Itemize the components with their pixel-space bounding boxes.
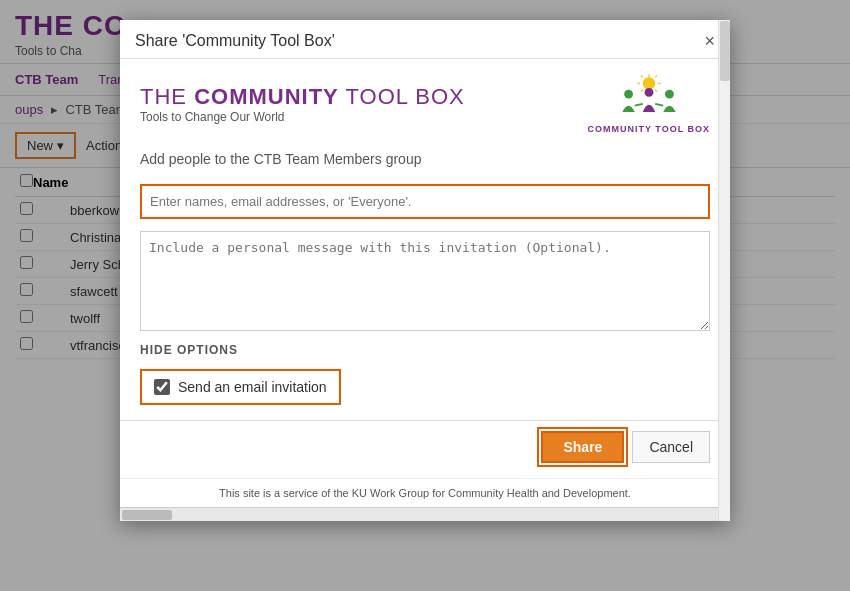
hide-options-label: HIDE OPTIONS [140, 343, 710, 357]
mid-person-head [644, 88, 653, 97]
sun-circle [643, 77, 655, 89]
message-textarea[interactable] [140, 231, 710, 331]
right-person-head [665, 90, 674, 99]
logo-community: COMMUNITY [194, 84, 339, 109]
modal-logo-text: THE COMMUNITY TOOL BOX Tools to Change O… [140, 84, 465, 124]
modal-scrollbar[interactable] [718, 20, 730, 521]
svg-line-4 [641, 75, 643, 77]
hscroll-thumb[interactable] [122, 510, 172, 520]
modal-title: Share 'Community Tool Box' [135, 32, 335, 50]
names-input[interactable] [140, 184, 710, 219]
modal-logo-row: THE COMMUNITY TOOL BOX Tools to Change O… [140, 74, 710, 134]
ctb-icon-label: COMMUNITY TOOL BOX [587, 124, 710, 134]
close-button[interactable]: × [704, 32, 715, 50]
send-email-checkbox[interactable] [154, 379, 170, 395]
cancel-button[interactable]: Cancel [632, 431, 710, 463]
ctb-logo-svg [609, 74, 689, 124]
mid-person-body [643, 105, 655, 112]
scroll-thumb[interactable] [720, 21, 730, 81]
logo-subtitle: Tools to Change Our World [140, 110, 465, 124]
modal-body: THE COMMUNITY TOOL BOX Tools to Change O… [120, 59, 730, 420]
modal-logo-line1: THE COMMUNITY TOOL BOX [140, 84, 465, 110]
svg-line-6 [655, 75, 657, 77]
ctb-logo-icon-area: COMMUNITY TOOL BOX [587, 74, 710, 134]
svg-line-8 [635, 104, 643, 106]
modal-hscrollbar[interactable] [120, 507, 730, 521]
svg-line-9 [655, 104, 663, 106]
modal-header: Share 'Community Tool Box' × [120, 20, 730, 59]
send-email-label: Send an email invitation [178, 379, 327, 395]
modal-overlay: Share 'Community Tool Box' × THE COMMUNI… [0, 0, 850, 591]
svg-line-5 [655, 90, 657, 92]
send-email-row: Send an email invitation [140, 369, 341, 405]
logo-the: THE [140, 84, 194, 109]
share-button[interactable]: Share [541, 431, 624, 463]
share-modal: Share 'Community Tool Box' × THE COMMUNI… [120, 20, 730, 521]
modal-footer: Share Cancel [120, 420, 730, 478]
site-note: This site is a service of the KU Work Gr… [120, 478, 730, 507]
group-label: Add people to the CTB Team Members group [140, 151, 710, 167]
right-person-body [663, 106, 675, 112]
logo-toolbox: TOOL BOX [339, 84, 465, 109]
left-person-body [622, 106, 634, 112]
left-person-head [624, 90, 633, 99]
svg-line-7 [641, 90, 643, 92]
